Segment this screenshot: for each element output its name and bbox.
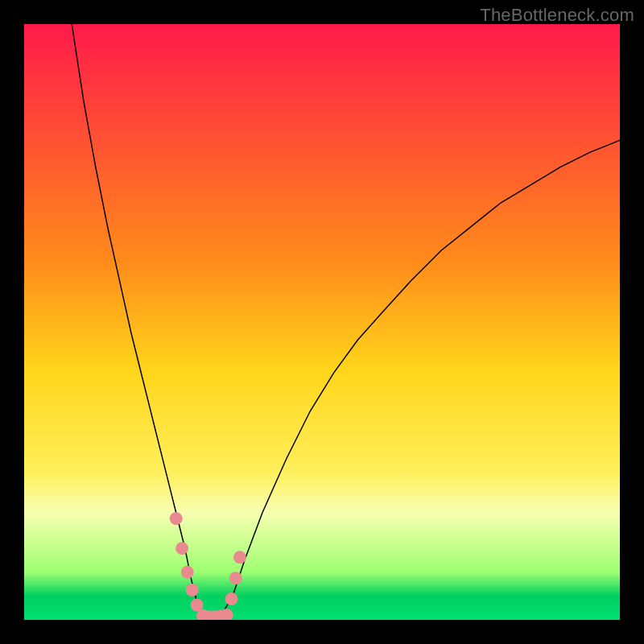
data-point <box>170 512 183 525</box>
chart-background <box>24 24 620 620</box>
data-point <box>229 572 242 584</box>
data-point <box>233 551 246 564</box>
data-point <box>181 566 194 579</box>
chart-plot-area <box>24 24 620 620</box>
chart-svg <box>24 24 620 620</box>
data-point <box>225 592 238 605</box>
watermark-text: TheBottleneck.com <box>480 5 634 26</box>
data-point <box>186 584 199 597</box>
data-point <box>175 542 188 555</box>
